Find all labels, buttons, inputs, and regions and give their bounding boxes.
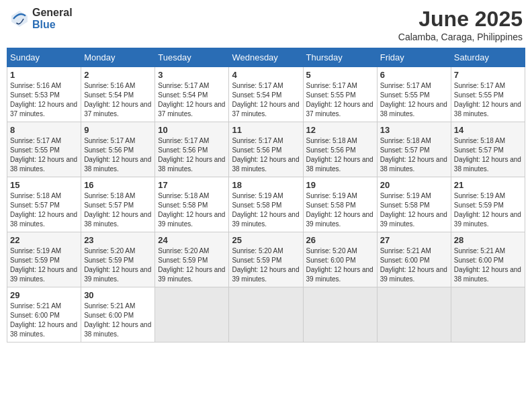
day-number: 29: [10, 290, 78, 300]
day-info: Sunrise: 5:18 AM Sunset: 5:56 PM Dayligh…: [306, 136, 374, 174]
calendar-day-cell: 19 Sunrise: 5:19 AM Sunset: 5:58 PM Dayl…: [303, 177, 377, 232]
day-info: Sunrise: 5:19 AM Sunset: 5:59 PM Dayligh…: [10, 246, 78, 284]
day-info: Sunrise: 5:19 AM Sunset: 5:59 PM Dayligh…: [454, 191, 522, 229]
calendar-table: Sunday Monday Tuesday Wednesday Thursday…: [7, 48, 525, 342]
calendar-day-cell: 25 Sunrise: 5:20 AM Sunset: 5:59 PM Dayl…: [229, 232, 303, 287]
day-number: 28: [454, 235, 522, 245]
day-info: Sunrise: 5:17 AM Sunset: 5:56 PM Dayligh…: [84, 136, 152, 174]
day-number: 11: [232, 125, 300, 135]
day-info: Sunrise: 5:21 AM Sunset: 6:00 PM Dayligh…: [84, 302, 152, 339]
location-subtitle: Calamba, Caraga, Philippines: [398, 32, 523, 42]
day-info: Sunrise: 5:21 AM Sunset: 6:00 PM Dayligh…: [10, 302, 78, 339]
calendar-week-row: 15 Sunrise: 5:18 AM Sunset: 5:57 PM Dayl…: [7, 177, 525, 232]
day-info: Sunrise: 5:20 AM Sunset: 5:59 PM Dayligh…: [84, 246, 152, 284]
day-info: Sunrise: 5:21 AM Sunset: 6:00 PM Dayligh…: [454, 246, 522, 284]
calendar-week-row: 8 Sunrise: 5:17 AM Sunset: 5:55 PM Dayli…: [7, 122, 525, 177]
day-number: 4: [232, 70, 300, 80]
day-info: Sunrise: 5:18 AM Sunset: 5:57 PM Dayligh…: [454, 136, 522, 174]
calendar-day-cell: 24 Sunrise: 5:20 AM Sunset: 5:59 PM Dayl…: [155, 232, 229, 287]
day-number: 16: [84, 180, 152, 190]
day-number: 19: [306, 180, 374, 190]
calendar-day-cell: 2 Sunrise: 5:16 AM Sunset: 5:54 PM Dayli…: [81, 67, 155, 122]
day-number: 17: [158, 180, 226, 190]
calendar-day-cell: 6 Sunrise: 5:17 AM Sunset: 5:55 PM Dayli…: [377, 67, 451, 122]
empty-day-cell: [155, 287, 229, 342]
logo-general-text: General: [32, 7, 73, 19]
day-number: 13: [380, 125, 448, 135]
day-number: 27: [380, 235, 448, 245]
day-number: 20: [380, 180, 448, 190]
calendar-day-cell: 5 Sunrise: 5:17 AM Sunset: 5:55 PM Dayli…: [303, 67, 377, 122]
day-number: 2: [84, 70, 152, 80]
logo-text: General Blue: [32, 7, 73, 30]
day-info: Sunrise: 5:20 AM Sunset: 6:00 PM Dayligh…: [306, 246, 374, 284]
calendar-day-cell: 30 Sunrise: 5:21 AM Sunset: 6:00 PM Dayl…: [81, 287, 155, 342]
day-info: Sunrise: 5:19 AM Sunset: 5:58 PM Dayligh…: [306, 191, 374, 229]
day-info: Sunrise: 5:17 AM Sunset: 5:55 PM Dayligh…: [380, 81, 448, 119]
day-info: Sunrise: 5:17 AM Sunset: 5:55 PM Dayligh…: [306, 81, 374, 119]
header-row: Sunday Monday Tuesday Wednesday Thursday…: [7, 48, 525, 67]
calendar-week-row: 22 Sunrise: 5:19 AM Sunset: 5:59 PM Dayl…: [7, 232, 525, 287]
calendar-day-cell: 20 Sunrise: 5:19 AM Sunset: 5:58 PM Dayl…: [377, 177, 451, 232]
day-number: 22: [10, 235, 78, 245]
calendar-day-cell: 28 Sunrise: 5:21 AM Sunset: 6:00 PM Dayl…: [451, 232, 525, 287]
calendar-day-cell: 11 Sunrise: 5:17 AM Sunset: 5:56 PM Dayl…: [229, 122, 303, 177]
calendar-day-cell: 4 Sunrise: 5:17 AM Sunset: 5:54 PM Dayli…: [229, 67, 303, 122]
calendar-day-cell: 29 Sunrise: 5:21 AM Sunset: 6:00 PM Dayl…: [7, 287, 81, 342]
day-info: Sunrise: 5:16 AM Sunset: 5:53 PM Dayligh…: [10, 81, 78, 119]
day-number: 7: [454, 70, 522, 80]
calendar-week-row: 1 Sunrise: 5:16 AM Sunset: 5:53 PM Dayli…: [7, 67, 525, 122]
calendar-day-cell: 18 Sunrise: 5:19 AM Sunset: 5:58 PM Dayl…: [229, 177, 303, 232]
calendar-day-cell: 27 Sunrise: 5:21 AM Sunset: 6:00 PM Dayl…: [377, 232, 451, 287]
day-info: Sunrise: 5:17 AM Sunset: 5:56 PM Dayligh…: [232, 136, 300, 174]
calendar-day-cell: 9 Sunrise: 5:17 AM Sunset: 5:56 PM Dayli…: [81, 122, 155, 177]
calendar-day-cell: 14 Sunrise: 5:18 AM Sunset: 5:57 PM Dayl…: [451, 122, 525, 177]
day-info: Sunrise: 5:19 AM Sunset: 5:58 PM Dayligh…: [380, 191, 448, 229]
col-saturday: Saturday: [451, 48, 525, 67]
day-info: Sunrise: 5:20 AM Sunset: 5:59 PM Dayligh…: [232, 246, 300, 284]
calendar-day-cell: 7 Sunrise: 5:17 AM Sunset: 5:55 PM Dayli…: [451, 67, 525, 122]
month-year-title: June 2025: [398, 7, 523, 32]
page-header: General Blue June 2025 Calamba, Caraga, …: [7, 7, 525, 42]
day-info: Sunrise: 5:19 AM Sunset: 5:58 PM Dayligh…: [232, 191, 300, 229]
day-info: Sunrise: 5:18 AM Sunset: 5:57 PM Dayligh…: [380, 136, 448, 174]
calendar-day-cell: 8 Sunrise: 5:17 AM Sunset: 5:55 PM Dayli…: [7, 122, 81, 177]
calendar-day-cell: 10 Sunrise: 5:17 AM Sunset: 5:56 PM Dayl…: [155, 122, 229, 177]
calendar-day-cell: 17 Sunrise: 5:18 AM Sunset: 5:58 PM Dayl…: [155, 177, 229, 232]
day-number: 9: [84, 125, 152, 135]
day-number: 5: [306, 70, 374, 80]
calendar-day-cell: 21 Sunrise: 5:19 AM Sunset: 5:59 PM Dayl…: [451, 177, 525, 232]
day-info: Sunrise: 5:17 AM Sunset: 5:56 PM Dayligh…: [158, 136, 226, 174]
logo-blue-text: Blue: [32, 19, 73, 31]
col-wednesday: Wednesday: [229, 48, 303, 67]
day-info: Sunrise: 5:18 AM Sunset: 5:58 PM Dayligh…: [158, 191, 226, 229]
logo: General Blue: [9, 7, 73, 30]
day-number: 10: [158, 125, 226, 135]
col-tuesday: Tuesday: [155, 48, 229, 67]
day-info: Sunrise: 5:16 AM Sunset: 5:54 PM Dayligh…: [84, 81, 152, 119]
day-number: 23: [84, 235, 152, 245]
day-info: Sunrise: 5:18 AM Sunset: 5:57 PM Dayligh…: [84, 191, 152, 229]
calendar-day-cell: 26 Sunrise: 5:20 AM Sunset: 6:00 PM Dayl…: [303, 232, 377, 287]
day-info: Sunrise: 5:20 AM Sunset: 5:59 PM Dayligh…: [158, 246, 226, 284]
day-number: 3: [158, 70, 226, 80]
calendar-day-cell: 15 Sunrise: 5:18 AM Sunset: 5:57 PM Dayl…: [7, 177, 81, 232]
day-number: 12: [306, 125, 374, 135]
empty-day-cell: [451, 287, 525, 342]
calendar-day-cell: 13 Sunrise: 5:18 AM Sunset: 5:57 PM Dayl…: [377, 122, 451, 177]
day-info: Sunrise: 5:17 AM Sunset: 5:55 PM Dayligh…: [10, 136, 78, 174]
empty-day-cell: [377, 287, 451, 342]
day-number: 6: [380, 70, 448, 80]
day-number: 8: [10, 125, 78, 135]
day-info: Sunrise: 5:17 AM Sunset: 5:54 PM Dayligh…: [232, 81, 300, 119]
day-info: Sunrise: 5:17 AM Sunset: 5:55 PM Dayligh…: [454, 81, 522, 119]
day-number: 14: [454, 125, 522, 135]
calendar-day-cell: 16 Sunrise: 5:18 AM Sunset: 5:57 PM Dayl…: [81, 177, 155, 232]
day-number: 26: [306, 235, 374, 245]
col-thursday: Thursday: [303, 48, 377, 67]
col-sunday: Sunday: [7, 48, 81, 67]
day-info: Sunrise: 5:21 AM Sunset: 6:00 PM Dayligh…: [380, 246, 448, 284]
calendar-day-cell: 22 Sunrise: 5:19 AM Sunset: 5:59 PM Dayl…: [7, 232, 81, 287]
calendar-day-cell: 12 Sunrise: 5:18 AM Sunset: 5:56 PM Dayl…: [303, 122, 377, 177]
day-number: 18: [232, 180, 300, 190]
